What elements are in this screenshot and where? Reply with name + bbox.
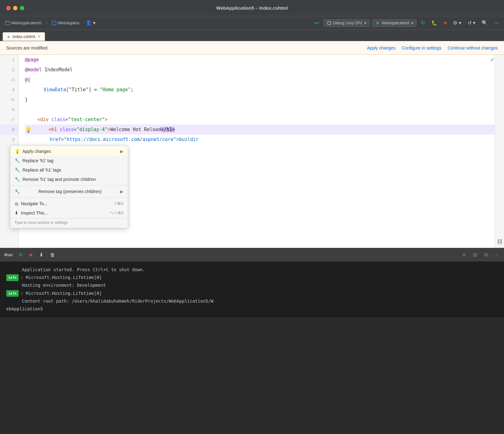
menu-inspect-this[interactable]: ⬇ Inspect This... ⌥⇧⌘A bbox=[10, 208, 128, 218]
line-1: 1 bbox=[0, 55, 18, 65]
settings-button[interactable]: ⚙ ▾ bbox=[451, 19, 463, 27]
line-3: ▾3 bbox=[0, 75, 18, 85]
continue-no-changes-link[interactable]: Continue without changes bbox=[448, 45, 498, 50]
run-minimize-button[interactable]: − bbox=[493, 251, 500, 259]
line-7: ▾7 bbox=[0, 115, 18, 125]
menu-footer: Type to show actions or settings bbox=[10, 218, 128, 227]
wrench-icon-2: 🔧 bbox=[15, 167, 20, 172]
context-menu: 💡 Apply changes ▶ 🔧 Replace 'h1' tag 🔧 R… bbox=[10, 145, 128, 228]
info-badge-2: info bbox=[6, 290, 19, 297]
console-text-4: : Microsoft.Hosting.Lifetime[0] bbox=[21, 290, 102, 297]
svg-rect-4 bbox=[498, 239, 499, 244]
restart-nav-button[interactable]: ↻ bbox=[419, 19, 427, 27]
menu-replace-all-h1-label: Replace all 'h1' tags bbox=[22, 167, 61, 172]
run-close-button[interactable]: ✕ bbox=[460, 251, 468, 259]
fold-icon-7[interactable]: ▾ bbox=[10, 118, 12, 121]
wrench-icon-1: 🔧 bbox=[15, 158, 20, 163]
console-text-5: Content root path: /Users/khalidabuhakme… bbox=[6, 297, 213, 305]
code-line-9: href="https://docs.microsoft.com/aspnet/… bbox=[25, 134, 498, 144]
token-page: @page bbox=[25, 57, 39, 63]
minimize-button[interactable] bbox=[13, 6, 17, 10]
maximize-button[interactable] bbox=[20, 6, 24, 10]
tab-close-button[interactable]: ✕ bbox=[38, 35, 40, 39]
reload-button[interactable]: ↺ ▾ bbox=[466, 19, 477, 27]
inspect-icon: ⬇ bbox=[15, 210, 18, 215]
module-name[interactable]: WebApplica bbox=[50, 19, 81, 27]
run-stop-button[interactable]: ■ bbox=[28, 251, 35, 259]
inspect-shortcut: ⌥⇧⌘A bbox=[110, 211, 124, 215]
token-block-close: } bbox=[25, 97, 28, 102]
line-6: 6 bbox=[0, 105, 18, 115]
lightbulb-menu-icon: 💡 bbox=[15, 149, 20, 154]
menu-replace-h1[interactable]: 🔧 Replace 'h1' tag bbox=[10, 156, 128, 165]
bug-button[interactable]: 🐛 bbox=[429, 19, 439, 27]
console-text-2: : Microsoft.Hosting.Lifetime[0] bbox=[21, 274, 102, 281]
checkmark-icon: ✓ bbox=[490, 56, 495, 63]
wrench-icon-4: 🔧 bbox=[15, 189, 20, 194]
wrench-icon-3: 🔧 bbox=[15, 177, 20, 182]
run-label: Run: bbox=[4, 252, 14, 257]
fold-icon-3[interactable]: ▾ bbox=[10, 78, 12, 82]
menu-remove-preserve[interactable]: 🔧 Remove tag (preserves children) ▶ bbox=[10, 187, 128, 196]
token-h1-gt: > bbox=[108, 127, 110, 132]
editor-scrollbar[interactable] bbox=[495, 55, 504, 248]
submenu-arrow: ▶ bbox=[120, 149, 124, 154]
token-href: href="https://docs.microsoft.com/aspnet/… bbox=[50, 137, 199, 142]
debug-config-selector[interactable]: Debug | Any CPU ▾ bbox=[324, 19, 370, 27]
token-model-val: IndexModel bbox=[42, 67, 72, 73]
submenu-arrow-2: ▶ bbox=[120, 189, 124, 194]
token-h1-content: Welcome Hot Reload bbox=[110, 127, 161, 132]
scrollbar-thumb bbox=[497, 238, 503, 245]
svg-marker-3 bbox=[377, 21, 379, 25]
user-icon[interactable]: 👤 ▾ bbox=[84, 19, 97, 27]
close-button[interactable] bbox=[6, 6, 11, 10]
run-panel: Run: ↻ ■ ⬇ 🗑 ✕ ⊞ ⚙ − Application started… bbox=[0, 248, 504, 372]
menu-footer-text: Type to show actions or settings bbox=[15, 220, 68, 225]
back-button[interactable]: ↩ bbox=[313, 18, 321, 28]
fold-icon-5[interactable]: ▾ bbox=[10, 98, 12, 101]
menu-divider-2 bbox=[10, 197, 128, 198]
run-settings-button[interactable]: ⚙ bbox=[482, 251, 490, 259]
window-title: WebApplication5 – Index.cshtml bbox=[216, 5, 288, 11]
menu-inspect-label: Inspect This... bbox=[21, 210, 48, 215]
title-bar: WebApplication5 – Index.cshtml bbox=[0, 0, 504, 16]
run-config-selector[interactable]: WebApplication5 ▾ bbox=[372, 19, 417, 27]
menu-remove-preserve-label: Remove tag (preserves children) bbox=[38, 189, 101, 194]
run-restart-button[interactable]: ↻ bbox=[17, 251, 25, 259]
more-options-button[interactable]: ⋯ bbox=[492, 19, 501, 27]
menu-replace-all-h1[interactable]: 🔧 Replace all 'h1' tags bbox=[10, 165, 128, 175]
console-line-1: Application started. Press Ctrl+C to shu… bbox=[6, 266, 498, 274]
lightbulb-icon[interactable]: 💡 bbox=[25, 126, 30, 133]
console-text-3: Hosting environment: Development bbox=[6, 281, 106, 289]
line-9: 9 bbox=[0, 134, 18, 144]
console-line-2: info : Microsoft.Hosting.Lifetime[0] bbox=[6, 274, 498, 281]
menu-divider-1 bbox=[10, 185, 128, 186]
line-4: 4 bbox=[0, 85, 18, 95]
menu-navigate-to[interactable]: ◎ Navigate To... ⇧⌘G bbox=[10, 199, 128, 208]
run-layout-button[interactable]: ⊞ bbox=[471, 251, 479, 259]
menu-remove-promote[interactable]: 🔧 Remove 'h1' tag and promote children bbox=[10, 175, 128, 184]
svg-rect-1 bbox=[52, 21, 56, 25]
menu-apply-changes[interactable]: 💡 Apply changes ▶ bbox=[10, 147, 128, 156]
run-suspend-button[interactable]: ⬇ bbox=[37, 251, 45, 259]
console-line-6: ebApplication5 bbox=[6, 305, 498, 313]
search-button[interactable]: 🔍 bbox=[480, 19, 490, 27]
svg-rect-5 bbox=[500, 239, 502, 244]
tab-index-cshtml[interactable]: ◈ Index.cshtml ✕ bbox=[2, 32, 45, 41]
code-line-4: ViewData ["Title"] = "Home page" ; bbox=[25, 85, 498, 95]
run-delete-button[interactable]: 🗑 bbox=[48, 251, 57, 259]
code-line-1: @page bbox=[25, 55, 498, 65]
stop-button[interactable]: ■ bbox=[442, 19, 449, 27]
token-class-attr-h1: class bbox=[60, 127, 74, 132]
notification-message: Sources are modified. bbox=[6, 45, 361, 50]
project-name[interactable]: WebApplication5 bbox=[3, 19, 43, 27]
line-8: 8 bbox=[0, 125, 18, 134]
module-icon bbox=[52, 21, 57, 26]
run-toolbar: Run: ↻ ■ ⬇ 🗑 ✕ ⊞ ⚙ − bbox=[0, 248, 504, 262]
code-line-7: <div class ="text-center" > bbox=[25, 115, 498, 125]
line-2: 2 bbox=[0, 65, 18, 75]
apply-changes-link[interactable]: Apply changes bbox=[367, 45, 395, 50]
token-semi: ; bbox=[131, 87, 133, 92]
configure-settings-link[interactable]: Configure in settings bbox=[402, 45, 441, 50]
token-viewdata-rest: ["Title"] = bbox=[66, 87, 100, 92]
